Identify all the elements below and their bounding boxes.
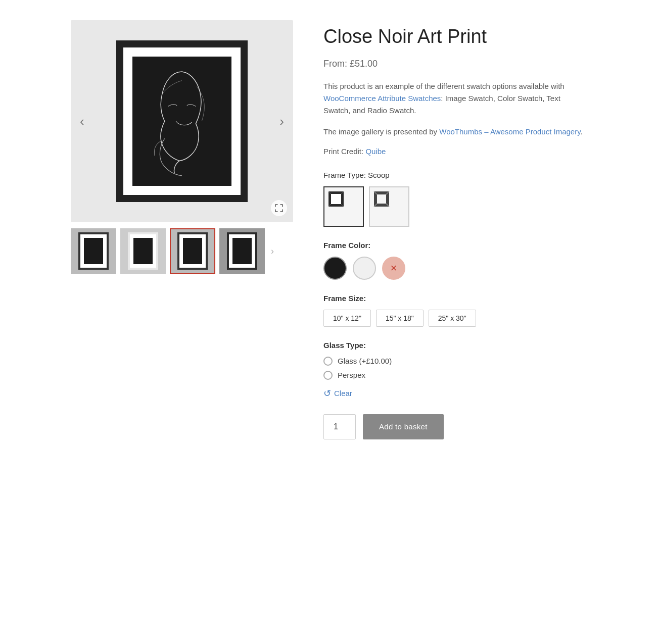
svg-rect-3 bbox=[377, 194, 386, 204]
gallery-suffix: . bbox=[581, 127, 583, 136]
gallery-text: The image gallery is presented by bbox=[323, 127, 437, 136]
frame-type-label: Frame Type: Scoop bbox=[323, 171, 586, 179]
quantity-input[interactable] bbox=[323, 414, 356, 439]
svg-rect-1 bbox=[331, 194, 341, 204]
thumbnail-4[interactable] bbox=[219, 228, 265, 274]
product-description: This product is an example of the differ… bbox=[323, 80, 586, 117]
frame-type-modern-swatch[interactable] bbox=[369, 186, 409, 227]
quibe-link[interactable]: Quibe bbox=[365, 147, 386, 156]
gallery-prev-button[interactable]: ‹ bbox=[75, 110, 89, 133]
main-image: ‹ bbox=[71, 20, 293, 222]
product-price: From: £51.00 bbox=[323, 59, 586, 69]
glass-radio[interactable] bbox=[323, 357, 333, 366]
clear-button[interactable]: ↺ Clear bbox=[323, 388, 352, 399]
product-image bbox=[116, 40, 248, 202]
clear-label: Clear bbox=[334, 389, 352, 398]
size-swatch-15x18[interactable]: 15" x 18" bbox=[376, 310, 424, 327]
woothumbs-link[interactable]: WooThumbs – Awesome Product Imagery bbox=[439, 127, 580, 136]
size-swatch-10x12[interactable]: 10" x 12" bbox=[323, 310, 371, 327]
thumbnail-strip: › bbox=[71, 228, 293, 274]
clear-icon: ↺ bbox=[323, 388, 331, 399]
zoom-button[interactable] bbox=[271, 200, 287, 216]
frame-size-section: Frame Size: 10" x 12" 15" x 18" 25" x 30… bbox=[323, 294, 586, 327]
add-to-basket-button[interactable]: Add to basket bbox=[363, 414, 444, 439]
print-credit: Print Credit: Quibe bbox=[323, 147, 586, 156]
glass-type-label: Glass Type: bbox=[323, 341, 586, 350]
product-page: ‹ bbox=[51, 20, 606, 439]
thumbnail-1[interactable] bbox=[71, 228, 116, 274]
perspex-option[interactable]: Perspex bbox=[323, 371, 586, 380]
frame-color-label: Frame Color: bbox=[323, 241, 586, 250]
gallery-next-button[interactable]: › bbox=[274, 110, 289, 133]
product-title: Close Noir Art Print bbox=[323, 25, 586, 48]
color-swatch-pink[interactable] bbox=[382, 257, 405, 280]
frame-size-swatches: 10" x 12" 15" x 18" 25" x 30" bbox=[323, 310, 586, 327]
glass-type-section: Glass Type: Glass (+£10.00) Perspex ↺ Cl… bbox=[323, 341, 586, 399]
frame-size-label: Frame Size: bbox=[323, 294, 586, 303]
credit-prefix: Print Credit: bbox=[323, 147, 363, 156]
glass-label: Glass (+£10.00) bbox=[338, 357, 392, 365]
perspex-radio[interactable] bbox=[323, 371, 333, 380]
woocommerce-swatches-link[interactable]: WooCommerce Attribute Swatches bbox=[323, 94, 441, 103]
perspex-label: Perspex bbox=[338, 371, 365, 379]
color-swatch-black[interactable] bbox=[323, 257, 347, 280]
color-swatch-white[interactable] bbox=[353, 257, 376, 280]
thumbnail-2[interactable] bbox=[120, 228, 166, 274]
gallery-section: ‹ bbox=[71, 20, 293, 439]
glass-type-radios: Glass (+£10.00) Perspex bbox=[323, 357, 586, 380]
frame-type-value: Scoop bbox=[368, 171, 390, 179]
thumbnail-next-button[interactable]: › bbox=[269, 244, 276, 259]
purchase-row: Add to basket bbox=[323, 414, 586, 439]
thumbnail-3[interactable] bbox=[170, 228, 215, 274]
frame-color-swatches bbox=[323, 257, 586, 280]
frame-type-section: Frame Type: Scoop bbox=[323, 171, 586, 227]
product-info-section: Close Noir Art Print From: £51.00 This p… bbox=[323, 20, 586, 439]
description-text: This product is an example of the differ… bbox=[323, 82, 565, 90]
frame-color-section: Frame Color: bbox=[323, 241, 586, 280]
frame-type-scoop-swatch[interactable] bbox=[323, 186, 364, 227]
frame-type-swatches bbox=[323, 186, 586, 227]
glass-option[interactable]: Glass (+£10.00) bbox=[323, 357, 586, 366]
gallery-description: The image gallery is presented by WooThu… bbox=[323, 126, 586, 138]
size-swatch-25x30[interactable]: 25" x 30" bbox=[429, 310, 476, 327]
